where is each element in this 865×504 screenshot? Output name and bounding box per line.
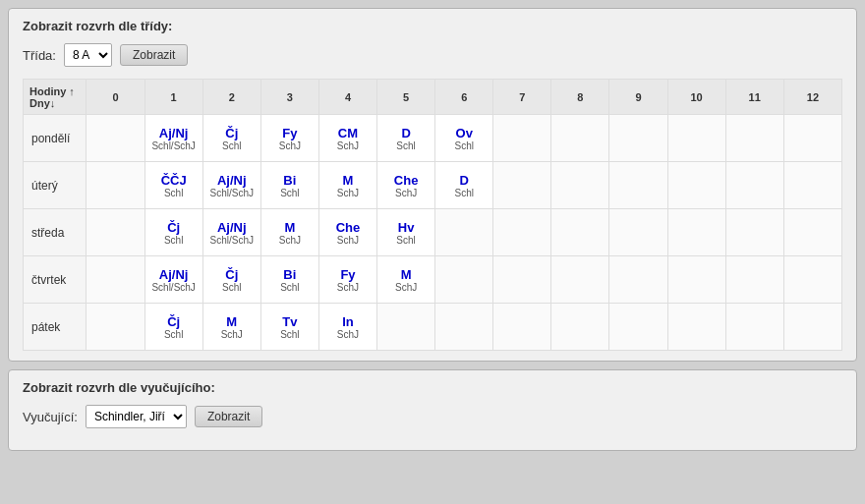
day-label: čtvrtek	[24, 256, 86, 304]
class-label: Třída:	[23, 48, 56, 63]
header-hour-5: 5	[377, 80, 435, 115]
subject-sub: Schl	[437, 140, 490, 151]
subject-sub: Schl/SchJ	[205, 235, 259, 246]
schedule-cell	[725, 304, 783, 351]
subject-main: Aj/Nj	[147, 126, 201, 140]
schedule-cell	[725, 115, 783, 162]
header-hour-9: 9	[609, 80, 667, 115]
teacher-zobrazit-button[interactable]: Zobrazit	[195, 406, 262, 427]
schedule-cell[interactable]: MSchJ	[377, 256, 435, 304]
subject-sub: Schl	[263, 329, 317, 340]
schedule-cell[interactable]: MSchJ	[202, 304, 260, 351]
schedule-cell[interactable]: HvSchl	[377, 209, 435, 256]
schedule-cell[interactable]: ČjSchl	[144, 209, 202, 256]
schedule-cell	[551, 256, 609, 304]
schedule-cell[interactable]: MSchJ	[260, 209, 318, 256]
schedule-cell[interactable]: CMSchJ	[318, 115, 376, 162]
schedule-cell	[667, 162, 725, 209]
schedule-cell	[86, 115, 144, 162]
day-label: středa	[24, 209, 86, 256]
class-form-row: Třída: 8 A 8 B 9 A 9 B Zobrazit	[23, 43, 842, 67]
subject-sub: SchJ	[321, 188, 375, 198]
table-row: pátekČjSchlMSchJTvSchlInSchJ	[24, 304, 842, 351]
subject-sub: Schl	[263, 282, 317, 293]
schedule-cell[interactable]: ČjSchl	[144, 304, 202, 351]
subject-main: Che	[321, 220, 375, 235]
schedule-cell	[609, 115, 667, 162]
header-hour-2: 2	[202, 80, 260, 115]
subject-sub: SchJ	[379, 188, 432, 198]
schedule-cell[interactable]: InSchJ	[318, 304, 376, 351]
header-hour-12: 12	[783, 80, 841, 115]
subject-main: Bi	[263, 267, 317, 282]
schedule-cell[interactable]: Aj/NjSchl/SchJ	[202, 162, 260, 209]
schedule-cell	[435, 304, 493, 351]
schedule-cell[interactable]: BiSchl	[260, 256, 318, 304]
class-zobrazit-button[interactable]: Zobrazit	[120, 44, 188, 66]
subject-sub: Schl	[147, 329, 201, 340]
subject-main: M	[379, 267, 432, 282]
schedule-cell	[783, 304, 841, 351]
subject-sub: SchJ	[321, 235, 375, 246]
subject-main: Aj/Nj	[147, 267, 201, 282]
schedule-cell[interactable]: DSchl	[377, 115, 435, 162]
subject-sub: Schl	[147, 188, 201, 198]
schedule-cell[interactable]: ČjSchl	[202, 256, 260, 304]
schedule-cell[interactable]: BiSchl	[260, 162, 318, 209]
day-label: pondělí	[24, 115, 86, 162]
schedule-cell	[725, 209, 783, 256]
subject-sub: Schl	[205, 282, 259, 293]
teacher-label: Vyučující:	[23, 410, 78, 424]
schedule-cell	[551, 209, 609, 256]
schedule-cell	[493, 115, 551, 162]
schedule-cell	[493, 162, 551, 209]
subject-sub: Schl	[379, 235, 432, 246]
schedule-cell[interactable]: CheSchJ	[318, 209, 376, 256]
schedule-cell	[609, 209, 667, 256]
schedule-cell[interactable]: MSchJ	[318, 162, 376, 209]
schedule-table-container: Hodiny ↑Dny↓ 0 1 2 3 4 5 6 7 8 9 10 11 1…	[23, 79, 842, 351]
class-select[interactable]: 8 A 8 B 9 A 9 B	[64, 43, 112, 67]
schedule-cell[interactable]: FySchJ	[260, 115, 318, 162]
schedule-cell[interactable]: CheSchJ	[377, 162, 435, 209]
teacher-panel: Zobrazit rozvrh dle vyučujícího: Vyučují…	[8, 369, 857, 451]
subject-main: Čj	[147, 314, 201, 329]
schedule-cell	[667, 209, 725, 256]
schedule-cell	[667, 256, 725, 304]
schedule-cell[interactable]: Aj/NjSchl/SchJ	[144, 115, 202, 162]
schedule-cell	[725, 256, 783, 304]
schedule-cell[interactable]: OvSchl	[435, 115, 493, 162]
subject-sub: SchJ	[263, 140, 317, 151]
subject-main: D	[437, 173, 490, 188]
subject-main: M	[321, 173, 375, 188]
schedule-cell	[493, 209, 551, 256]
header-hour-4: 4	[318, 80, 376, 115]
schedule-cell[interactable]: FySchJ	[318, 256, 376, 304]
subject-main: In	[321, 314, 375, 329]
schedule-cell[interactable]: ČjSchl	[202, 115, 260, 162]
schedule-cell[interactable]: Aj/NjSchl/SchJ	[144, 256, 202, 304]
header-hour-7: 7	[493, 80, 551, 115]
teacher-select[interactable]: Schindler, Jiří	[86, 405, 187, 428]
schedule-cell[interactable]: DSchl	[435, 162, 493, 209]
subject-main: Čj	[147, 220, 201, 235]
subject-sub: SchJ	[321, 282, 375, 293]
subject-sub: SchJ	[379, 282, 432, 293]
subject-main: Fy	[321, 267, 375, 282]
header-hour-3: 3	[260, 80, 318, 115]
header-hour-8: 8	[551, 80, 609, 115]
schedule-cell	[435, 209, 493, 256]
subject-main: D	[379, 126, 432, 140]
subject-main: Fy	[263, 126, 317, 140]
subject-sub: Schl/SchJ	[147, 282, 201, 293]
schedule-cell[interactable]: TvSchl	[260, 304, 318, 351]
subject-main: M	[263, 220, 317, 235]
subject-main: Aj/Nj	[205, 220, 259, 235]
subject-main: Hv	[379, 220, 432, 235]
schedule-cell	[551, 115, 609, 162]
schedule-cell[interactable]: ČČJSchl	[144, 162, 202, 209]
schedule-cell[interactable]: Aj/NjSchl/SchJ	[202, 209, 260, 256]
day-label: pátek	[24, 304, 86, 351]
table-row: úterýČČJSchlAj/NjSchl/SchJBiSchlMSchJChe…	[24, 162, 842, 209]
subject-main: Čj	[205, 267, 259, 282]
